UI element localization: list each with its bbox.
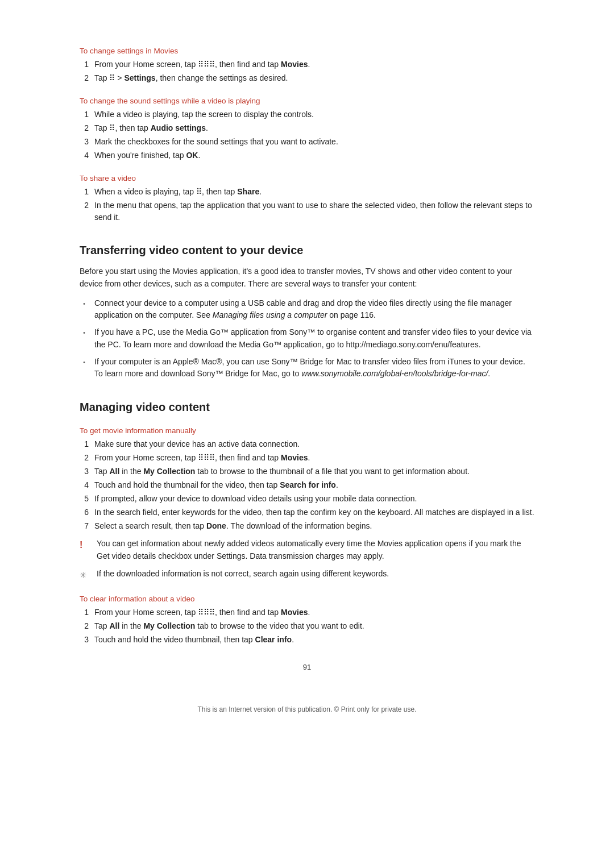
step-text: In the search field, enter keywords for … xyxy=(94,506,534,518)
tip-text: If the downloaded information is not cor… xyxy=(97,568,389,582)
step-6: 6 In the search field, enter keywords fo… xyxy=(80,506,534,518)
heading-get-movie-info: To get movie information manually xyxy=(80,426,534,435)
heading-change-settings-movies: To change settings in Movies xyxy=(80,47,534,55)
bullet-icon: • xyxy=(80,297,89,322)
step-num: 7 xyxy=(80,520,89,532)
step-5: 5 If prompted, allow your device to down… xyxy=(80,493,534,505)
step-text: When a video is playing, tap ⠿, then tap… xyxy=(94,186,262,198)
footer: This is an Internet version of this publ… xyxy=(80,705,534,713)
step-num: 2 xyxy=(80,200,89,223)
steps-share-video: 1 When a video is playing, tap ⠿, then t… xyxy=(80,186,534,223)
step-num: 3 xyxy=(80,634,89,646)
step-text: Touch and hold the video thumbnail, then… xyxy=(94,634,294,646)
bullet-text: If your computer is an Apple® Mac®, you … xyxy=(94,356,534,380)
subsection-clear-info: To clear information about a video 1 Fro… xyxy=(80,595,534,646)
tip-icon: ✳ xyxy=(80,568,91,582)
step-3: 3 Touch and hold the video thumbnail, th… xyxy=(80,634,534,646)
step-1: 1 From your Home screen, tap ⠿⠿⠿, then f… xyxy=(80,59,534,70)
steps-sound-settings: 1 While a video is playing, tap the scre… xyxy=(80,109,534,161)
step-2: 2 Tap ⠿, then tap Audio settings. xyxy=(80,122,534,134)
note-icon: ! xyxy=(80,538,91,562)
step-2: 2 Tap ⠿ > Settings, then change the sett… xyxy=(80,72,534,84)
step-text: Touch and hold the thumbnail for the vid… xyxy=(94,479,338,491)
step-text: In the menu that opens, tap the applicat… xyxy=(94,200,534,223)
bullet-item: • If you have a PC, use the Media Go™ ap… xyxy=(80,326,534,351)
tip-block: ✳ If the downloaded information is not c… xyxy=(80,568,534,582)
bullet-text: Connect your device to a computer using … xyxy=(94,297,534,322)
section-share-video: To share a video 1 When a video is playi… xyxy=(80,174,534,223)
step-text: If prompted, allow your device to downlo… xyxy=(94,493,417,505)
step-text: Tap ⠿, then tap Audio settings. xyxy=(94,122,208,134)
bullet-text: If you have a PC, use the Media Go™ appl… xyxy=(94,326,534,351)
step-text: While a video is playing, tap the screen… xyxy=(94,109,314,121)
note-text: You can get information about newly adde… xyxy=(97,538,534,562)
step-num: 1 xyxy=(80,438,89,450)
section-transfer: Transferring video content to your devic… xyxy=(80,244,534,380)
step-text: From your Home screen, tap ⠿⠿⠿, then fin… xyxy=(94,452,310,464)
step-text: Tap ⠿ > Settings, then change the settin… xyxy=(94,72,288,84)
step-text: Select a search result, then tap Done. T… xyxy=(94,520,372,532)
step-text: Tap All in the My Collection tab to brow… xyxy=(94,466,470,477)
section-sound-settings: To change the sound settings while a vid… xyxy=(80,97,534,161)
bullet-item: • Connect your device to a computer usin… xyxy=(80,297,534,322)
step-num: 1 xyxy=(80,59,89,70)
bullet-icon: • xyxy=(80,356,89,380)
transfer-intro: Before you start using the Movies applic… xyxy=(80,265,534,290)
step-num: 2 xyxy=(80,620,89,632)
bullet-icon: • xyxy=(80,326,89,351)
step-1: 1 When a video is playing, tap ⠿, then t… xyxy=(80,186,534,198)
step-num: 1 xyxy=(80,186,89,198)
step-text: Mark the checkboxes for the sound settin… xyxy=(94,136,338,148)
section-managing: Managing video content To get movie info… xyxy=(80,401,534,646)
step-1: 1 From your Home screen, tap ⠿⠿⠿, then f… xyxy=(80,607,534,618)
footer-text: This is an Internet version of this publ… xyxy=(197,705,416,713)
step-7: 7 Select a search result, then tap Done.… xyxy=(80,520,534,532)
step-num: 5 xyxy=(80,493,89,505)
heading-managing: Managing video content xyxy=(80,401,534,414)
step-3: 3 Mark the checkboxes for the sound sett… xyxy=(80,136,534,148)
step-2: 2 From your Home screen, tap ⠿⠿⠿, then f… xyxy=(80,452,534,464)
step-4: 4 When you're finished, tap OK. xyxy=(80,149,534,161)
step-1: 1 While a video is playing, tap the scre… xyxy=(80,109,534,121)
step-num: 4 xyxy=(80,149,89,161)
note-block: ! You can get information about newly ad… xyxy=(80,538,534,562)
heading-clear-info: To clear information about a video xyxy=(80,595,534,603)
step-text: Make sure that your device has an active… xyxy=(94,438,300,450)
step-2: 2 In the menu that opens, tap the applic… xyxy=(80,200,534,223)
steps-clear-info: 1 From your Home screen, tap ⠿⠿⠿, then f… xyxy=(80,607,534,646)
step-3: 3 Tap All in the My Collection tab to br… xyxy=(80,466,534,477)
heading-transfer: Transferring video content to your devic… xyxy=(80,244,534,257)
step-num: 2 xyxy=(80,122,89,134)
step-text: From your Home screen, tap ⠿⠿⠿, then fin… xyxy=(94,607,310,618)
step-2: 2 Tap All in the My Collection tab to br… xyxy=(80,620,534,632)
step-num: 3 xyxy=(80,136,89,148)
step-num: 3 xyxy=(80,466,89,477)
step-num: 1 xyxy=(80,607,89,618)
heading-share-video: To share a video xyxy=(80,174,534,182)
step-text: Tap All in the My Collection tab to brow… xyxy=(94,620,364,632)
transfer-bullets: • Connect your device to a computer usin… xyxy=(80,297,534,380)
steps-change-settings: 1 From your Home screen, tap ⠿⠿⠿, then f… xyxy=(80,59,534,84)
page-number: 91 xyxy=(80,663,534,671)
steps-get-movie-info: 1 Make sure that your device has an acti… xyxy=(80,438,534,532)
step-text: When you're finished, tap OK. xyxy=(94,149,200,161)
page-content: To change settings in Movies 1 From your… xyxy=(80,47,534,713)
step-1: 1 Make sure that your device has an acti… xyxy=(80,438,534,450)
step-num: 1 xyxy=(80,109,89,121)
step-text: From your Home screen, tap ⠿⠿⠿, then fin… xyxy=(94,59,310,70)
heading-sound-settings: To change the sound settings while a vid… xyxy=(80,97,534,105)
bullet-item: • If your computer is an Apple® Mac®, yo… xyxy=(80,356,534,380)
step-4: 4 Touch and hold the thumbnail for the v… xyxy=(80,479,534,491)
step-num: 2 xyxy=(80,452,89,464)
subsection-get-movie-info: To get movie information manually 1 Make… xyxy=(80,426,534,582)
step-num: 4 xyxy=(80,479,89,491)
section-change-settings-movies: To change settings in Movies 1 From your… xyxy=(80,47,534,84)
step-num: 2 xyxy=(80,72,89,84)
step-num: 6 xyxy=(80,506,89,518)
